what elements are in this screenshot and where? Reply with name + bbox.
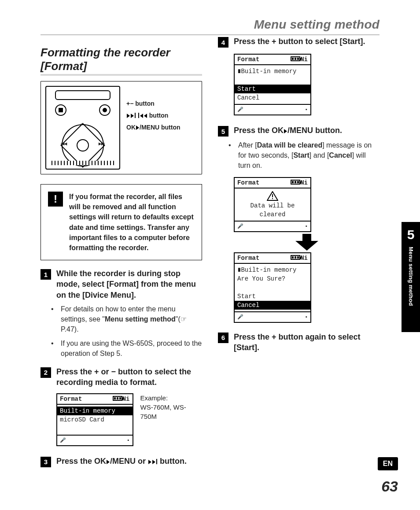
step-badge: 2 [41,367,51,378]
lcd-screenshot-confirm: FormatNi ∎Built-in memory Are You Sure? … [234,252,311,323]
heading-underline [41,74,202,76]
step-1: 1 While the recorder is during stop mode… [41,268,202,300]
left-column: Formatting the recorder [Format] +−|◀◀▶▶… [41,36,202,467]
battery-icon [291,180,300,185]
svg-rect-1 [272,198,273,199]
play-icon [136,126,139,130]
folder-icon: ▪ [127,436,130,444]
list-item: For details on how to enter the menu set… [59,304,202,335]
chapter-number: 5 [407,227,415,242]
header-rule [41,34,379,35]
page-number: 63 [381,478,398,495]
step-1-notes: For details on how to enter the menu set… [41,304,202,358]
ff-icon [127,114,130,118]
chapter-label: Menu setting method [408,247,414,306]
step-5-notes: After [Data will be cleared] message is … [218,140,379,171]
folder-icon: ▪ [305,313,308,321]
warning-note: ! If you format the recorder, all files … [41,184,202,260]
play-icon [107,460,110,464]
step-badge: 6 [218,333,228,343]
battery-icon [113,396,122,401]
battery-icon [291,255,300,260]
rew-icon [140,114,143,118]
mic-icon: 🎤 [60,436,66,444]
warning-triangle-icon [267,191,278,201]
device-illustration-box: +−|◀◀▶▶| +− button button OK/MENU button [41,81,202,174]
warning-text: If you format the recorder, all files wi… [69,192,195,253]
right-column: 4 Press the + button to select [Start]. … [218,36,379,467]
mic-icon: 🎤 [237,222,243,230]
chapter-tab: 5 Menu setting method [402,222,420,332]
step-3: 3 Press the OK/MENU or button. [41,456,202,467]
lcd-screenshot-media-select: FormatNi Built-in memory microSD Card 🎤▪ [56,393,133,446]
section-heading: Formatting the recorder [Format] [41,46,202,73]
step-5: 5 Press the OK/MENU button. [218,125,379,137]
step-badge: 3 [41,457,51,467]
device-illustration: +−|◀◀▶▶| [45,86,120,170]
dpad-icon: +−|◀◀▶▶| [62,124,104,166]
example-caption: Example: WS-760M, WS-750M [140,393,202,421]
lcd-screenshot-start-select: FormatNi ∎Built-in memory Start Cancel 🎤… [234,54,311,115]
list-item: After [Data will be cleared] message is … [236,140,379,171]
mic-icon: 🎤 [237,313,243,321]
folder-icon: ▪ [305,106,308,114]
running-head: Menu setting method [41,18,379,32]
language-badge: EN [378,457,398,470]
battery-icon [291,56,300,61]
record-icon [99,104,111,116]
step-2: 2 Press the + or − button to select the … [41,366,202,388]
step-badge: 4 [218,37,228,48]
svg-rect-0 [272,194,273,197]
step-6: 6 Press the + button again to select [St… [218,332,379,353]
step-badge: 5 [218,126,228,137]
mic-icon: 🎤 [237,106,243,114]
step-4: 4 Press the + button to select [Start]. [218,36,379,48]
folder-icon: ▪ [305,222,308,230]
stop-icon [55,104,66,116]
down-arrow-icon [234,234,379,251]
lcd-screenshot-data-cleared: FormatNi Data will be cleared 🎤▪ [234,177,311,232]
ff-icon [148,460,151,464]
step-badge: 1 [41,269,51,280]
illustration-legend: +− button button OK/MENU button [126,86,181,132]
speaker-grille-icon [52,161,114,165]
play-icon [284,129,287,133]
list-item: If you are using the WS-650S, proceed to… [59,338,202,358]
exclamation-icon: ! [48,192,63,207]
